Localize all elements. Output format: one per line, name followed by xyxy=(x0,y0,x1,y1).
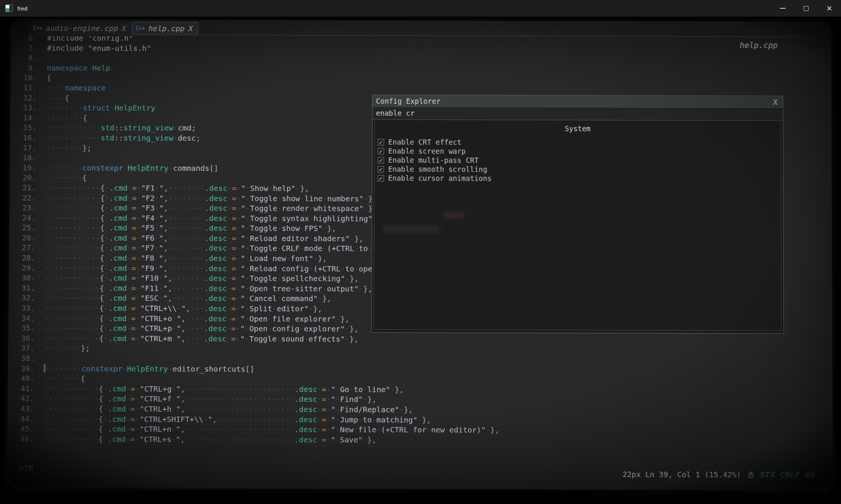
line-number: 31. xyxy=(9,283,35,293)
config-option-label: Enable CRT effect xyxy=(388,138,461,146)
minimize-button[interactable] xyxy=(771,0,794,17)
checkbox-checked[interactable]: ✓ xyxy=(378,148,384,154)
window-titlebar: fred ✕ xyxy=(0,0,841,17)
code-line: 39.········constexpr·HelpEntry·editor_sh… xyxy=(8,363,832,375)
line-number: 16. xyxy=(10,133,37,143)
line-number: 24. xyxy=(9,213,36,223)
checkbox-checked[interactable]: ✓ xyxy=(378,175,384,181)
line-number: 40. xyxy=(8,373,34,384)
line-number: 25. xyxy=(9,223,36,233)
line-number: 28. xyxy=(9,253,35,263)
line-number: 20. xyxy=(10,173,36,183)
line-number: 13. xyxy=(10,103,37,113)
config-explorer-titlebar[interactable]: Config Explorer X xyxy=(372,95,783,108)
checkbox-checked[interactable]: ✓ xyxy=(378,157,384,163)
window-title: fred xyxy=(17,5,28,12)
config-option[interactable]: ✓Enable cursor animations xyxy=(378,174,781,184)
tab-label: audio-engine.cpp xyxy=(46,24,118,33)
line-number: 18. xyxy=(10,153,36,163)
line-number: 10. xyxy=(11,73,37,83)
line-number: 7. xyxy=(11,43,37,53)
close-button[interactable]: ✕ xyxy=(818,0,841,17)
line-number: 11. xyxy=(11,83,37,93)
tab-help.cpp[interactable]: C++help.cppX xyxy=(132,22,197,35)
config-option[interactable]: ✓Enable screen warp xyxy=(378,146,781,157)
maximize-icon xyxy=(804,6,809,11)
line-number: 21. xyxy=(9,183,36,193)
close-icon: ✕ xyxy=(826,5,832,12)
status-flag-crlf: CRLF xyxy=(781,470,800,479)
line-number: 45. xyxy=(8,424,34,434)
tab-bar: C++audio-engine.cppXC++help.cppX xyxy=(29,21,200,37)
config-option-label: Enable screen warp xyxy=(388,147,466,155)
line-number: 23. xyxy=(9,203,36,213)
line-number: 37. xyxy=(8,343,35,353)
line-number: 8. xyxy=(11,53,37,63)
tab-close-button[interactable]: X xyxy=(122,24,126,32)
status-right-cluster: 22px Ln 39, Col 1 (15.42%) STXCRLFWS xyxy=(623,470,815,479)
line-number: 22. xyxy=(9,193,36,203)
line-number: 29. xyxy=(9,263,35,273)
lock-icon xyxy=(747,471,754,479)
checkbox-checked[interactable]: ✓ xyxy=(378,139,384,145)
line-number: 15. xyxy=(10,123,37,133)
line-number: 27. xyxy=(9,243,35,253)
tab-label: help.cpp xyxy=(148,24,184,33)
config-explorer-popup: Config Explorer X enable cr System ✓Enab… xyxy=(371,95,784,334)
window-controls: ✕ xyxy=(771,0,841,17)
line-number: 17. xyxy=(10,143,36,153)
line-number: 44. xyxy=(8,414,34,424)
active-filename-overlay: help.cpp xyxy=(740,41,778,50)
config-option[interactable]: ✓Enable multi-pass CRT xyxy=(378,155,781,166)
config-option-label: Enable cursor animations xyxy=(388,174,492,183)
checkbox-checked[interactable]: ✓ xyxy=(378,166,384,172)
status-mode: VIM xyxy=(19,464,33,473)
tab-audio-engine.cpp[interactable]: C++audio-engine.cppX xyxy=(30,22,131,35)
line-number: 30. xyxy=(9,273,35,283)
status-flag-ws: WS xyxy=(806,470,815,479)
burn-in-ghost xyxy=(383,226,440,233)
cpp-file-icon: C++ xyxy=(135,25,145,32)
editor-screen: C++audio-engine.cppXC++help.cppX help.cp… xyxy=(7,20,833,490)
code-line: 36.············{·.cmd·=·"CTRL+m·",····.d… xyxy=(8,333,832,345)
line-number: 38. xyxy=(8,353,34,364)
line-number: 32. xyxy=(9,293,35,303)
config-option-label: Enable multi-pass CRT xyxy=(388,156,479,164)
line-number: 36. xyxy=(8,333,35,343)
config-option-list: ✓Enable CRT effect✓Enable screen warp✓En… xyxy=(378,137,781,183)
line-number: 14. xyxy=(10,113,37,123)
app-icon xyxy=(5,5,13,12)
config-option-label: Enable smooth scrolling xyxy=(388,165,487,174)
cursor-position-status: 22px Ln 39, Col 1 (15.42%) xyxy=(623,470,741,479)
line-number: 19. xyxy=(10,163,36,173)
line-number: 33. xyxy=(9,303,35,313)
burn-in-ghost xyxy=(443,212,464,218)
line-number: 12. xyxy=(11,93,37,103)
line-number: 34. xyxy=(8,313,35,323)
config-option[interactable]: ✓Enable smooth scrolling xyxy=(378,164,781,175)
maximize-button[interactable] xyxy=(794,0,818,17)
line-number: 39. xyxy=(8,363,34,373)
status-flag-stx: STX xyxy=(760,470,775,479)
config-explorer-title: Config Explorer xyxy=(376,95,440,107)
config-section-header: System xyxy=(375,124,781,133)
code-line: 46.············{·.cmd·=·"CTRL+s·",······… xyxy=(7,434,833,446)
line-number: 35. xyxy=(8,323,35,333)
line-number: 43. xyxy=(8,404,34,414)
config-option[interactable]: ✓Enable CRT effect xyxy=(378,137,781,148)
config-explorer-body: System ✓Enable CRT effect✓Enable screen … xyxy=(374,120,781,330)
line-number: 42. xyxy=(8,393,34,404)
popup-close-button[interactable]: X xyxy=(768,96,783,108)
cpp-file-icon: C++ xyxy=(33,25,42,32)
line-number: 46. xyxy=(7,434,34,444)
line-number: 41. xyxy=(8,384,34,394)
status-flags: STXCRLFWS xyxy=(760,470,815,479)
minimize-icon xyxy=(780,8,786,9)
line-number: 26. xyxy=(9,233,35,243)
line-number: 9. xyxy=(11,63,37,73)
tab-close-button[interactable]: X xyxy=(188,25,193,33)
config-search-input[interactable]: enable cr xyxy=(372,107,783,121)
